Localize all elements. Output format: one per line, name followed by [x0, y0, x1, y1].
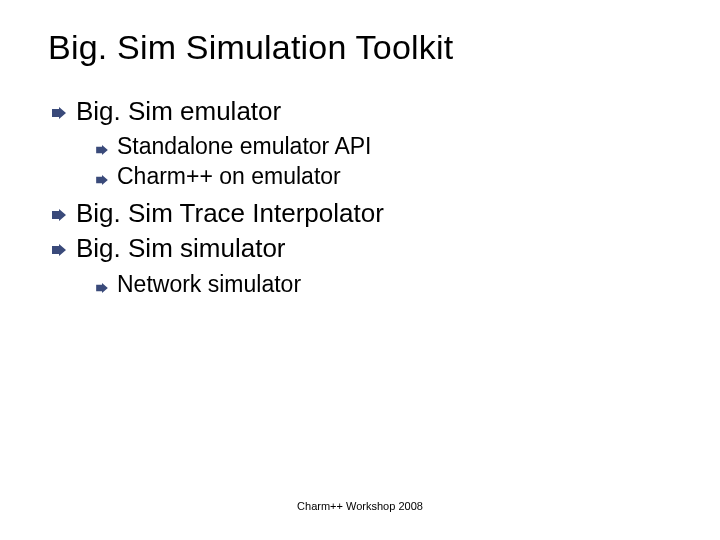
list-item: Big. Sim emulator — [52, 95, 680, 128]
slide-footer: Charm++ Workshop 2008 — [0, 500, 720, 512]
list-item-label: Big. Sim emulator — [76, 95, 281, 128]
arrow-bullet-icon — [52, 242, 66, 260]
arrow-bullet-icon — [96, 141, 108, 159]
list-item: Charm++ on emulator — [96, 162, 680, 191]
svg-marker-2 — [96, 175, 108, 185]
arrow-bullet-icon — [96, 171, 108, 189]
bullet-list-nested: Network simulator — [52, 270, 680, 299]
list-item-label: Charm++ on emulator — [117, 162, 341, 191]
bullet-list-nested: Standalone emulator API Charm++ on emula… — [52, 132, 680, 191]
svg-marker-5 — [96, 283, 108, 293]
svg-marker-1 — [96, 145, 108, 155]
arrow-bullet-icon — [96, 279, 108, 297]
svg-marker-3 — [52, 209, 66, 221]
bullet-list: Big. Sim emulator Standalone emulator AP… — [48, 95, 680, 299]
list-item: Big. Sim Trace Interpolator — [52, 197, 680, 230]
list-item-label: Big. Sim simulator — [76, 232, 286, 265]
svg-marker-0 — [52, 107, 66, 119]
list-item: Standalone emulator API — [96, 132, 680, 161]
list-item-label: Network simulator — [117, 270, 301, 299]
arrow-bullet-icon — [52, 207, 66, 225]
list-item-label: Standalone emulator API — [117, 132, 371, 161]
slide-title: Big. Sim Simulation Toolkit — [48, 28, 680, 67]
list-item-label: Big. Sim Trace Interpolator — [76, 197, 384, 230]
slide: Big. Sim Simulation Toolkit Big. Sim emu… — [0, 0, 720, 540]
list-item: Network simulator — [96, 270, 680, 299]
svg-marker-4 — [52, 244, 66, 256]
arrow-bullet-icon — [52, 105, 66, 123]
list-item: Big. Sim simulator — [52, 232, 680, 265]
